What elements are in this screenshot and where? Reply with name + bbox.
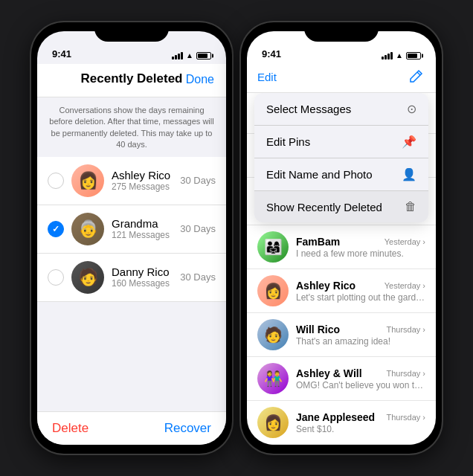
conversation-list: 👵 Grandma 9:30 AM › Days Messages 👩 Dawn…	[247, 93, 436, 445]
radio-button[interactable]	[48, 173, 64, 189]
screen-messages: 9:41 ▲ Edit	[247, 31, 436, 445]
signal-icon	[172, 52, 183, 60]
item-count: 160 Messages	[112, 278, 173, 289]
status-icons: ▲	[382, 51, 421, 60]
radio-button-checked[interactable]	[48, 221, 64, 237]
person-icon: 👤	[402, 167, 416, 181]
screen-recently-deleted: 9:41 ▲ Recently Deleted Done Conversatio…	[37, 31, 226, 445]
trash-icon: 🗑	[405, 200, 416, 213]
dropdown-menu: Select Messages ⊙ Edit Pins 📌 Edit Name …	[254, 93, 428, 222]
avatar: 👩	[71, 164, 104, 197]
dropdown-item-edit-pins[interactable]: Edit Pins 📌	[254, 126, 428, 158]
status-time: 9:41	[262, 48, 281, 60]
status-time: 9:41	[52, 48, 71, 60]
list-item[interactable]: 👩 Ashley Rico 275 Messages 30 Days	[37, 157, 226, 205]
status-icons: ▲	[172, 51, 211, 60]
item-days: 30 Days	[180, 223, 216, 234]
pin-icon: 📌	[402, 135, 416, 149]
recently-deleted-subtitle: Conversations show the days remaining be…	[37, 97, 226, 157]
item-days: 30 Days	[180, 271, 216, 283]
item-info: Ashley Rico 275 Messages	[112, 169, 173, 192]
dropdown-item-show-recently-deleted[interactable]: Show Recently Deleted 🗑	[254, 191, 428, 222]
avatar: 🧑	[71, 261, 104, 294]
dropdown-item-edit-name[interactable]: Edit Name and Photo 👤	[254, 158, 428, 191]
phone-recently-deleted: 9:41 ▲ Recently Deleted Done Conversatio…	[31, 22, 232, 454]
dropdown-overlay: Select Messages ⊙ Edit Pins 📌 Edit Name …	[247, 93, 436, 445]
done-button[interactable]: Done	[186, 73, 214, 86]
item-count: 121 Messages	[112, 230, 173, 240]
item-info: Grandma 121 Messages	[112, 217, 173, 240]
edit-name-label: Edit Name and Photo	[266, 168, 373, 181]
item-days: 30 Days	[180, 175, 216, 186]
edit-pins-label: Edit Pins	[266, 135, 310, 148]
item-count: 275 Messages	[112, 181, 173, 192]
wifi-icon: ▲	[396, 51, 403, 60]
select-messages-icon: ⊙	[407, 102, 416, 116]
messages-header: Edit	[247, 64, 436, 93]
notch	[94, 22, 169, 42]
recover-button[interactable]: Recover	[164, 421, 211, 436]
edit-button[interactable]: Edit	[257, 71, 277, 83]
wifi-icon: ▲	[186, 51, 193, 60]
notch	[304, 22, 379, 42]
list-item[interactable]: 🧑 Danny Rico 160 Messages 30 Days	[37, 254, 226, 302]
item-info: Danny Rico 160 Messages	[112, 266, 173, 289]
item-name: Ashley Rico	[112, 169, 173, 181]
delete-button[interactable]: Delete	[52, 421, 89, 436]
footer: Delete Recover	[37, 411, 226, 445]
battery-icon	[196, 52, 211, 60]
compose-button[interactable]	[406, 67, 425, 86]
select-messages-label: Select Messages	[266, 103, 351, 115]
signal-icon	[382, 52, 393, 60]
item-name: Danny Rico	[112, 266, 173, 278]
dropdown-item-select-messages[interactable]: Select Messages ⊙	[254, 93, 428, 126]
battery-icon	[406, 52, 421, 60]
avatar: 👵	[71, 213, 104, 245]
phone-messages: 9:41 ▲ Edit	[241, 22, 442, 454]
show-recently-deleted-label: Show Recently Deleted	[266, 201, 382, 213]
list-item[interactable]: 👵 Grandma 121 Messages 30 Days	[37, 205, 226, 254]
item-name: Grandma	[112, 217, 173, 230]
recently-deleted-header: Recently Deleted Done	[37, 64, 226, 97]
recently-deleted-list: 👩 Ashley Rico 275 Messages 30 Days 👵 Gra…	[37, 157, 226, 411]
radio-button[interactable]	[48, 269, 64, 286]
